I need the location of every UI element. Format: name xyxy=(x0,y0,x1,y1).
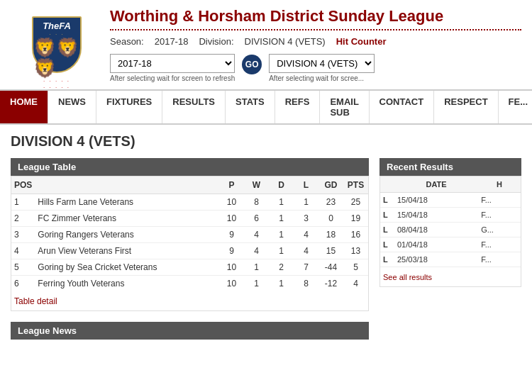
table-row: 1 Hills Farm Lane Veterans 10 8 1 1 23 2… xyxy=(11,194,368,211)
col-header-p: P xyxy=(219,177,244,194)
col-header-team xyxy=(35,177,219,194)
cell-pts: 5 xyxy=(343,259,368,276)
season-select[interactable]: 2017-18 2016-17 2015-16 xyxy=(110,54,235,73)
rr-date: 15/04/18 xyxy=(394,208,478,223)
league-table-header: League Table xyxy=(11,158,369,176)
col-header-d: D xyxy=(269,177,294,194)
cell-team[interactable]: Goring Rangers Veterans xyxy=(35,227,219,243)
recent-results: DATE H L 15/04/18 F... L 15/04/18 F... L… xyxy=(379,176,521,287)
see-all: See all results xyxy=(380,267,521,286)
table-row: 5 Goring by Sea Cricket Veterans 10 1 2 … xyxy=(11,259,368,276)
rr-col-home: H xyxy=(478,177,521,193)
col-header-w: W xyxy=(244,177,269,194)
recent-result-row: L 25/03/18 F... xyxy=(380,252,521,267)
division-dropdown-group: DIVISION 4 (VETS) DIVISION 1 DIVISION 2 … xyxy=(269,54,375,82)
season-value: 2017-18 xyxy=(155,36,189,47)
rr-result: L xyxy=(380,237,394,252)
rr-result: L xyxy=(380,252,394,267)
rr-result: L xyxy=(380,208,394,223)
cell-team[interactable]: Arun View Veterans First xyxy=(35,243,219,259)
nav-fixtures[interactable]: FIXTURES xyxy=(96,91,162,123)
nav-refs[interactable]: REFS xyxy=(275,91,321,123)
division-select[interactable]: DIVISION 4 (VETS) DIVISION 1 DIVISION 2 … xyxy=(269,54,375,73)
cell-team[interactable]: Hills Farm Lane Veterans xyxy=(35,194,219,211)
cell-gd: 0 xyxy=(318,211,343,227)
cell-w: 4 xyxy=(244,243,269,259)
cell-d: 1 xyxy=(269,276,294,292)
table-row: 6 Ferring Youth Veterans 10 1 1 8 -12 4 xyxy=(11,276,368,292)
nav-home[interactable]: HOME xyxy=(0,91,48,123)
col-header-gd: GD xyxy=(318,177,343,194)
rr-date: 25/03/18 xyxy=(394,252,478,267)
cell-w: 1 xyxy=(244,276,269,292)
season-row: Season: 2017-18 Division: DIVISION 4 (VE… xyxy=(110,36,521,47)
table-detail: Table detail xyxy=(11,291,368,310)
cell-p: 10 xyxy=(219,276,244,292)
rr-date: 15/04/18 xyxy=(394,193,478,208)
cell-l: 4 xyxy=(294,227,318,243)
fa-logo: TheFA · · · 🦁🦁🦁 · · · · · · · · · · xyxy=(32,16,82,73)
league-news-section: League News xyxy=(11,322,369,340)
nav-news[interactable]: NEWS xyxy=(48,91,96,123)
cell-p: 9 xyxy=(219,243,244,259)
nav-fe[interactable]: FE... xyxy=(499,91,532,123)
league-table: POS P W D L GD PTS 1 Hills Farm Lane Vet… xyxy=(11,176,369,311)
recent-results-header: Recent Results xyxy=(379,158,521,176)
main-layout: League Table POS P W D L GD PTS xyxy=(11,158,521,340)
cell-d: 1 xyxy=(269,211,294,227)
cell-pos: 1 xyxy=(11,194,35,211)
logo-top-text: TheFA xyxy=(43,21,71,31)
right-column: Recent Results DATE H L 15/04/18 F... L … xyxy=(379,158,521,340)
col-header-pos: POS xyxy=(11,177,35,194)
col-header-l: L xyxy=(294,177,318,194)
cell-pos: 4 xyxy=(11,243,35,259)
cell-pts: 19 xyxy=(343,211,368,227)
cell-d: 2 xyxy=(269,259,294,276)
dropdowns-row: 2017-18 2016-17 2015-16 After selecting … xyxy=(110,54,521,82)
cell-l: 4 xyxy=(294,243,318,259)
season-hint: After selecting wait for screen to refre… xyxy=(110,74,235,82)
go-button[interactable]: GO xyxy=(242,55,262,74)
page-title: DIVISION 4 (VETS) xyxy=(11,133,521,150)
cell-pts: 25 xyxy=(343,194,368,211)
cell-pos: 5 xyxy=(11,259,35,276)
rr-result: L xyxy=(380,223,394,237)
cell-team[interactable]: Goring by Sea Cricket Veterans xyxy=(35,259,219,276)
nav-email-sub[interactable]: EMAIL SUB xyxy=(320,91,369,123)
rr-team: F... xyxy=(478,193,521,208)
cell-gd: -44 xyxy=(318,259,343,276)
recent-result-row: L 15/04/18 F... xyxy=(380,193,521,208)
cell-gd: 15 xyxy=(318,243,343,259)
table-detail-link[interactable]: Table detail xyxy=(14,296,57,306)
nav-contact[interactable]: CONTACT xyxy=(370,91,435,123)
season-label: Season: xyxy=(110,36,144,47)
rr-date: 01/04/18 xyxy=(394,237,478,252)
rr-result: L xyxy=(380,193,394,208)
cell-d: 1 xyxy=(269,243,294,259)
cell-team[interactable]: FC Zimmer Veterans xyxy=(35,211,219,227)
league-news-header: League News xyxy=(11,322,369,340)
header: TheFA · · · 🦁🦁🦁 · · · · · · · · · · Wort… xyxy=(0,0,532,91)
rr-date: 08/04/18 xyxy=(394,223,478,237)
nav: HOME NEWS FIXTURES RESULTS STATS REFS EM… xyxy=(0,91,532,125)
table-row: 3 Goring Rangers Veterans 9 4 1 4 18 16 xyxy=(11,227,368,243)
cell-w: 6 xyxy=(244,211,269,227)
nav-respect[interactable]: RESPECT xyxy=(434,91,498,123)
header-right: Worthing & Horsham District Sunday Leagu… xyxy=(103,7,521,82)
nav-stats[interactable]: STATS xyxy=(226,91,275,123)
cell-team[interactable]: Ferring Youth Veterans xyxy=(35,276,219,292)
rr-team: F... xyxy=(478,252,521,267)
logo-area: TheFA · · · 🦁🦁🦁 · · · · · · · · · · xyxy=(11,16,103,73)
see-all-link[interactable]: See all results xyxy=(383,273,432,281)
cell-p: 9 xyxy=(219,227,244,243)
cell-p: 10 xyxy=(219,194,244,211)
cell-pts: 4 xyxy=(343,276,368,292)
table-row: 4 Arun View Veterans First 9 4 1 4 15 13 xyxy=(11,243,368,259)
table-row: 2 FC Zimmer Veterans 10 6 1 3 0 19 xyxy=(11,211,368,227)
cell-pos: 6 xyxy=(11,276,35,292)
recent-result-row: L 01/04/18 F... xyxy=(380,237,521,252)
nav-results[interactable]: RESULTS xyxy=(162,91,226,123)
cell-l: 7 xyxy=(294,259,318,276)
cell-w: 8 xyxy=(244,194,269,211)
cell-p: 10 xyxy=(219,211,244,227)
